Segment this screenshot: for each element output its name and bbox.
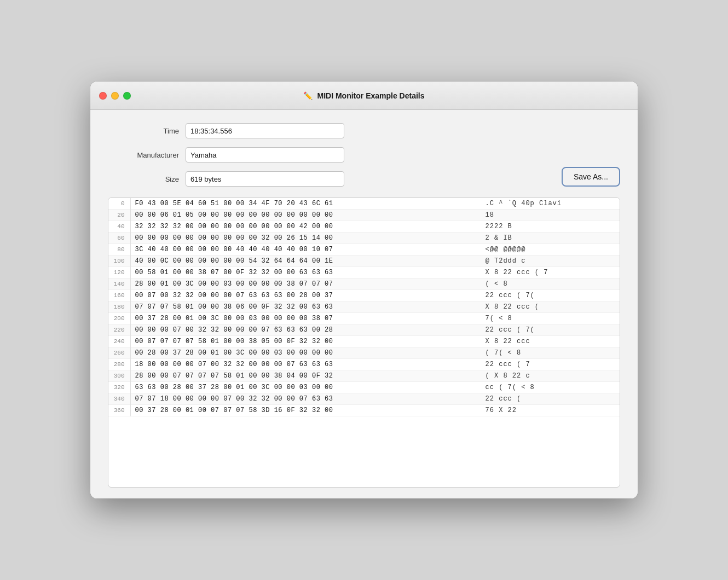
table-row: 32063 63 00 28 00 37 28 00 01 00 3C 00 0…	[108, 382, 620, 393]
time-row: Time	[108, 123, 620, 138]
hex-bytes: 07 07 18 00 00 00 00 07 00 32 32 00 00 0…	[130, 393, 479, 405]
ascii-repr: ( < 8	[479, 279, 620, 290]
table-row: 30028 00 00 07 07 07 07 58 01 00 00 38 0…	[108, 370, 620, 382]
hex-bytes: 00 58 01 00 00 38 07 00 0F 32 32 00 00 6…	[130, 267, 479, 279]
ascii-repr: 2 & IB	[479, 233, 620, 244]
maximize-button[interactable]	[123, 92, 131, 100]
ascii-repr: 22 ccc ( 7(	[479, 290, 620, 301]
row-offset: 240	[108, 336, 130, 347]
titlebar: ✏️ MIDI Monitor Example Details	[90, 82, 638, 110]
ascii-repr: 76 X 22	[479, 405, 620, 416]
hex-bytes: 3C 40 40 00 00 00 00 00 40 40 40 40 40 0…	[130, 244, 479, 256]
hex-bytes: F0 43 00 5E 04 60 51 00 00 34 4F 70 20 4…	[130, 198, 479, 210]
minimize-button[interactable]	[111, 92, 119, 100]
row-offset: 140	[108, 279, 130, 290]
table-row: 12000 58 01 00 00 38 07 00 0F 32 32 00 0…	[108, 267, 620, 279]
table-row: 28018 00 00 00 00 07 00 32 32 00 00 00 0…	[108, 359, 620, 370]
ascii-repr: .C ^ `Q 40p Clavi	[479, 198, 620, 210]
row-offset: 100	[108, 256, 130, 267]
time-input[interactable]	[186, 123, 344, 138]
hex-bytes: 18 00 00 00 00 07 00 32 32 00 00 00 07 6…	[130, 359, 479, 370]
ascii-repr: ( 7( < 8	[479, 347, 620, 359]
ascii-repr: @ T2ddd c	[479, 256, 620, 267]
manufacturer-row: Manufacturer	[108, 147, 620, 163]
ascii-repr: ( X 8 22 c	[479, 370, 620, 382]
row-offset: 300	[108, 370, 130, 382]
table-row: 6000 00 00 00 00 00 00 00 00 00 32 00 26…	[108, 233, 620, 244]
table-row: 16000 07 00 32 32 00 00 00 07 63 63 63 0…	[108, 290, 620, 301]
table-row: 803C 40 40 00 00 00 00 00 40 40 40 40 40…	[108, 244, 620, 256]
row-offset: 20	[108, 210, 130, 221]
table-row: 22000 00 00 07 00 32 32 00 00 00 07 63 6…	[108, 324, 620, 336]
hex-bytes: 00 37 28 00 01 00 3C 00 00 03 00 00 00 0…	[130, 313, 479, 324]
ascii-repr: X 8 22 ccc ( 7	[479, 267, 620, 279]
row-offset: 260	[108, 347, 130, 359]
table-row: 4032 32 32 32 00 00 00 00 00 00 00 00 00…	[108, 221, 620, 233]
hex-bytes: 00 00 00 00 00 00 00 00 00 00 32 00 26 1…	[130, 233, 479, 244]
ascii-repr: 2222 B	[479, 221, 620, 233]
hex-bytes: 00 37 28 00 01 00 07 07 07 58 3D 16 0F 3…	[130, 405, 479, 416]
row-offset: 200	[108, 313, 130, 324]
table-row: 24000 07 07 07 07 58 01 00 00 38 05 00 0…	[108, 336, 620, 347]
hex-bytes: 00 28 00 37 28 00 01 00 3C 00 00 03 00 0…	[130, 347, 479, 359]
table-row: 10040 00 0C 00 00 00 00 00 00 54 32 64 6…	[108, 256, 620, 267]
table-row: 34007 07 18 00 00 00 00 07 00 32 32 00 0…	[108, 393, 620, 405]
form-area: Time Manufacturer Size Save As...	[108, 123, 620, 187]
ascii-repr: 22 ccc ( 7(	[479, 324, 620, 336]
hex-bytes: 32 32 32 32 00 00 00 00 00 00 00 00 00 4…	[130, 221, 479, 233]
ascii-repr: 7( < 8	[479, 313, 620, 324]
row-offset: 80	[108, 244, 130, 256]
close-button[interactable]	[99, 92, 107, 100]
ascii-repr: 22 ccc (	[479, 393, 620, 405]
window-title: MIDI Monitor Example Details	[317, 91, 424, 100]
time-label: Time	[108, 127, 179, 135]
table-row: 18007 07 07 58 01 00 00 38 06 00 0F 32 3…	[108, 301, 620, 313]
table-row: 0F0 43 00 5E 04 60 51 00 00 34 4F 70 20 …	[108, 198, 620, 210]
row-offset: 180	[108, 301, 130, 313]
hex-bytes: 07 07 07 58 01 00 00 38 06 00 0F 32 32 0…	[130, 301, 479, 313]
hex-bytes: 28 00 01 00 3C 00 00 03 00 00 00 00 38 0…	[130, 279, 479, 290]
window-body: Time Manufacturer Size Save As... 0F0 43…	[90, 110, 638, 498]
ascii-repr: cc ( 7( < 8	[479, 382, 620, 393]
row-offset: 160	[108, 290, 130, 301]
row-offset: 360	[108, 405, 130, 416]
table-row: 36000 37 28 00 01 00 07 07 07 58 3D 16 0…	[108, 405, 620, 416]
row-offset: 340	[108, 393, 130, 405]
hex-bytes: 40 00 0C 00 00 00 00 00 00 54 32 64 64 6…	[130, 256, 479, 267]
hex-table: 0F0 43 00 5E 04 60 51 00 00 34 4F 70 20 …	[108, 198, 620, 416]
row-offset: 0	[108, 198, 130, 210]
ascii-repr: X 8 22 ccc	[479, 336, 620, 347]
title-icon: ✏️	[303, 91, 313, 100]
row-offset: 280	[108, 359, 130, 370]
hex-data-container[interactable]: 0F0 43 00 5E 04 60 51 00 00 34 4F 70 20 …	[108, 198, 620, 488]
main-window: ✏️ MIDI Monitor Example Details Time Man…	[90, 82, 638, 498]
ascii-repr: 18	[479, 210, 620, 221]
ascii-repr: 22 ccc ( 7	[479, 359, 620, 370]
hex-bytes: 00 00 00 07 00 32 32 00 00 00 07 63 63 6…	[130, 324, 479, 336]
ascii-repr: <@@ @@@@@	[479, 244, 620, 256]
size-label: Size	[108, 175, 179, 183]
manufacturer-label: Manufacturer	[108, 151, 179, 159]
table-row: 14028 00 01 00 3C 00 00 03 00 00 00 00 3…	[108, 279, 620, 290]
ascii-repr: X 8 22 ccc (	[479, 301, 620, 313]
hex-bytes: 63 63 00 28 00 37 28 00 01 00 3C 00 00 0…	[130, 382, 479, 393]
hex-bytes: 28 00 00 07 07 07 07 58 01 00 00 38 04 0…	[130, 370, 479, 382]
traffic-lights	[99, 92, 131, 100]
table-row: 20000 37 28 00 01 00 3C 00 00 03 00 00 0…	[108, 313, 620, 324]
row-offset: 60	[108, 233, 130, 244]
row-offset: 40	[108, 221, 130, 233]
row-offset: 120	[108, 267, 130, 279]
hex-bytes: 00 00 06 01 05 00 00 00 00 00 00 00 00 0…	[130, 210, 479, 221]
window-title-area: ✏️ MIDI Monitor Example Details	[303, 91, 424, 100]
manufacturer-input[interactable]	[186, 147, 344, 163]
hex-bytes: 00 07 07 07 07 58 01 00 00 38 05 00 0F 3…	[130, 336, 479, 347]
row-offset: 320	[108, 382, 130, 393]
row-offset: 220	[108, 324, 130, 336]
save-as-button[interactable]: Save As...	[562, 167, 620, 187]
table-row: 2000 00 06 01 05 00 00 00 00 00 00 00 00…	[108, 210, 620, 221]
size-row: Size	[108, 171, 620, 187]
size-input[interactable]	[186, 171, 344, 187]
hex-bytes: 00 07 00 32 32 00 00 00 07 63 63 63 00 2…	[130, 290, 479, 301]
table-row: 26000 28 00 37 28 00 01 00 3C 00 00 03 0…	[108, 347, 620, 359]
